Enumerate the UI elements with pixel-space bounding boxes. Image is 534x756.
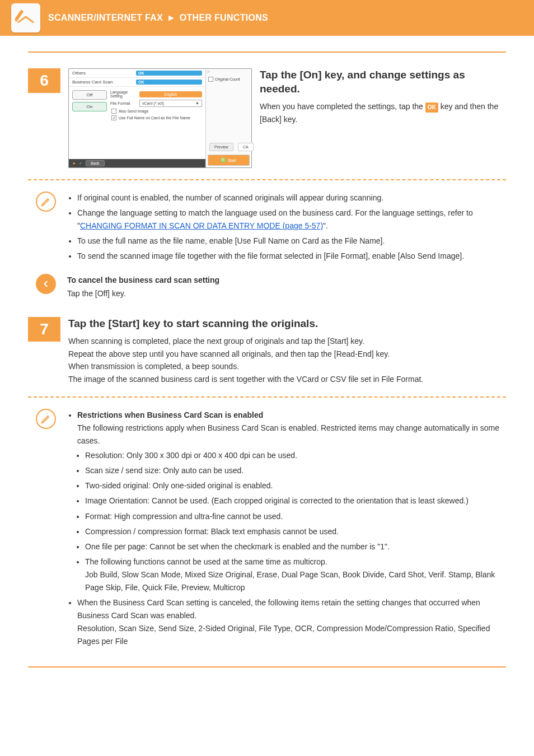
also-send-image-label: Also Send Image: [119, 109, 148, 113]
link-changing-format[interactable]: CHANGING FORMAT IN SCAN OR DATA ENTRY MO…: [80, 221, 323, 230]
language-setting-label: Language Setting: [110, 90, 137, 98]
cancel-note-title: To cancel the business card scan setting: [67, 274, 506, 287]
note-item: To use the full name as the file name, e…: [77, 235, 506, 248]
breadcrumb-separator: ►: [166, 13, 177, 22]
note-item: If original count is enabled, the number…: [77, 192, 506, 204]
ui-title-others: Others: [72, 71, 134, 76]
step6-heading: Tap the [On] key, and change settings as…: [260, 68, 506, 96]
section-icon: [11, 3, 40, 32]
restriction-item: Resolution: Only 300 x 300 dpi or 400 x …: [85, 449, 506, 462]
step6-body: When you have completed the settings, ta…: [260, 100, 506, 125]
dashed-divider-2: [28, 396, 506, 398]
also-send-image-checkbox[interactable]: [111, 109, 116, 114]
note-item: To send the scanned image file together …: [77, 250, 506, 263]
start-button[interactable]: Start: [208, 155, 250, 166]
full-name-label: Use Full Name on Card as the File Name: [119, 116, 190, 120]
back-button[interactable]: Back: [86, 160, 105, 166]
original-count-label: Original Count: [215, 77, 240, 81]
restriction-item: The following functions cannot be used a…: [85, 556, 506, 594]
off-button[interactable]: Off: [72, 90, 107, 100]
language-setting-button[interactable]: English: [139, 91, 202, 97]
star-icon[interactable]: ★: [72, 161, 76, 166]
back-arrow-icon: [36, 274, 56, 294]
ok-inline-icon: OK: [425, 102, 438, 113]
restrictions-block: Restrictions when Business Card Scan is …: [77, 409, 506, 594]
ui-subtitle: Business Card Scan: [72, 80, 134, 85]
preview-button[interactable]: Preview: [209, 143, 233, 151]
dashed-divider: [28, 179, 506, 180]
step7-heading: Tap the [Start] key to start scanning th…: [68, 317, 506, 331]
restriction-item: One file per page: Cannot be set when th…: [85, 540, 506, 553]
page-header: SCANNER/INTERNET FAX ► OTHER FUNCTIONS: [0, 0, 534, 36]
breadcrumb-right[interactable]: OTHER FUNCTIONS: [180, 13, 268, 22]
restriction-item: Image Orientation: Cannot be used. (Each…: [85, 494, 506, 507]
restriction-item: Two-sided original: Only one-sided origi…: [85, 479, 506, 492]
step-number-6: 6: [28, 68, 60, 93]
breadcrumb-left[interactable]: SCANNER/INTERNET FAX: [48, 13, 163, 22]
expand-arrow-icon[interactable]: ▶: [206, 69, 251, 74]
ca-button[interactable]: CA: [238, 143, 254, 151]
divider-bottom: [28, 666, 506, 668]
screen-mock-step6: Others OK Business Card Scan OK Off On L…: [68, 68, 252, 168]
pencil-icon: [36, 192, 56, 212]
restriction-item: Format: High compression and ultra-fine …: [85, 510, 506, 523]
ok-badge[interactable]: OK: [136, 71, 202, 76]
on-button[interactable]: On: [72, 102, 107, 111]
step-7: 7 Tap the [Start] key to start scanning …: [28, 317, 506, 385]
start-indicator-icon: [221, 158, 226, 162]
file-format-label: File Format: [110, 101, 137, 105]
file-format-select[interactable]: vCard (*.vcf)▼: [139, 100, 202, 107]
note-block-2: Restrictions when Business Card Scan is …: [28, 409, 506, 651]
note-item: Change the language setting to match the…: [77, 207, 506, 232]
divider: [28, 52, 506, 53]
step-number-7: 7: [28, 317, 60, 342]
note-block-1: If original count is enabled, the number…: [28, 192, 506, 265]
full-name-checkbox[interactable]: [111, 115, 116, 120]
ok-badge-2[interactable]: OK: [136, 80, 202, 85]
restriction-item: Compression / compression format: Black …: [85, 525, 506, 538]
restrictions-title: Restrictions when Business Card Scan is …: [77, 410, 263, 419]
restrictions-intro: The following restrictions apply when Bu…: [77, 422, 506, 447]
check-icon: ✓: [79, 161, 82, 166]
chevron-down-icon: ▼: [195, 101, 199, 105]
retain-block: When the Business Card Scan setting is c…: [77, 596, 506, 648]
step-6: 6 Others OK Business Card Scan OK Off On: [28, 68, 506, 168]
cancel-note: To cancel the business card scan setting…: [28, 274, 506, 300]
restriction-item: Scan size / send size: Only auto can be …: [85, 464, 506, 477]
original-count-checkbox[interactable]: [208, 77, 213, 82]
pencil-icon: [36, 409, 56, 429]
step7-body: When scanning is completed, place the ne…: [68, 335, 506, 385]
cancel-note-body: Tap the [Off] key.: [67, 287, 506, 300]
